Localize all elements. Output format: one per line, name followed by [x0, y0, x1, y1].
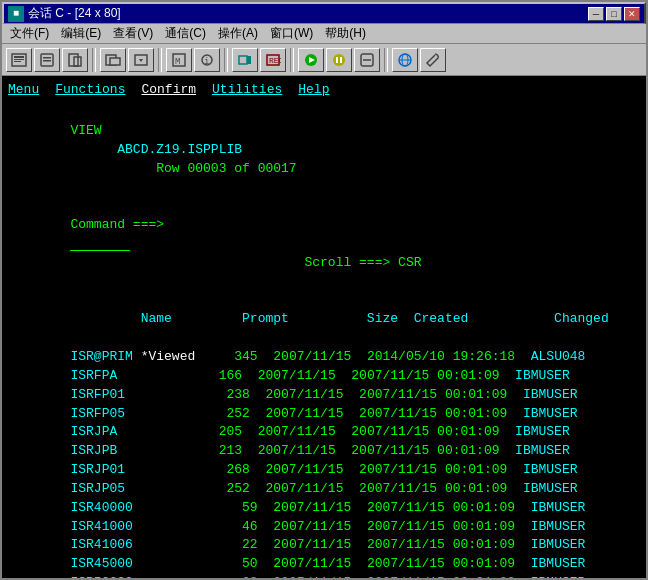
command-row: Command ===> Scroll ===> CSR [8, 197, 640, 291]
win-menu-view[interactable]: 查看(V) [107, 23, 159, 44]
toolbar: M i REC [2, 44, 646, 76]
tb-sep-4 [290, 48, 294, 72]
win-menu-help[interactable]: 帮助(H) [319, 23, 372, 44]
win-menu-file[interactable]: 文件(F) [4, 23, 55, 44]
row-select [8, 481, 70, 496]
table-row: ISRJP05 252 2007/11/15 2007/11/15 00:01:… [8, 480, 640, 499]
win-menu-edit[interactable]: 编辑(E) [55, 23, 107, 44]
table-row: ISRFP05 252 2007/11/15 2007/11/15 00:01:… [8, 405, 640, 424]
minimize-button[interactable]: ─ [588, 7, 604, 21]
maximize-button[interactable]: □ [606, 7, 622, 21]
row-name: ISR45000 [70, 556, 132, 571]
row-created: 2007/11/15 [250, 462, 344, 477]
tb-btn-3[interactable] [62, 48, 88, 72]
row-changed: 2007/11/15 00:01:09 [343, 462, 507, 477]
view-label: VIEW [70, 123, 171, 138]
row-select [8, 443, 70, 458]
row-prompt [133, 575, 203, 578]
col-name: Name Prompt Size Created Changed ID [70, 311, 646, 326]
command-input[interactable] [70, 235, 130, 251]
row-id: IBMUSER [507, 481, 577, 496]
row-changed: 2007/11/15 00:01:09 [343, 387, 507, 402]
row-name: ISRJP05 [70, 481, 125, 496]
tb-btn-2[interactable] [34, 48, 60, 72]
row-name: ISRFPA [70, 368, 117, 383]
row-id: IBMUSER [515, 575, 585, 578]
win-menu-ops[interactable]: 操作(A) [212, 23, 264, 44]
tb-btn-globe[interactable] [392, 48, 418, 72]
row-created: 2007/11/15 [242, 443, 336, 458]
row-changed: 2007/11/15 00:01:09 [343, 406, 507, 421]
terminal: Menu Functions Confirm Utilities Help VI… [2, 76, 646, 578]
svg-rect-6 [43, 60, 51, 62]
app-menu-functions[interactable]: Functions [55, 82, 125, 97]
row-created: 2007/11/15 [258, 537, 352, 552]
tb-btn-9[interactable]: REC [260, 48, 286, 72]
row-select [8, 575, 70, 578]
row-name: ISRJPB [70, 443, 117, 458]
window-title: 会话 C - [24 x 80] [28, 5, 121, 22]
tb-btn-11[interactable] [326, 48, 352, 72]
row-name: ISR40000 [70, 500, 132, 515]
tb-btn-4[interactable] [100, 48, 126, 72]
main-content: Menu Functions Confirm Utilities Help VI… [2, 76, 646, 578]
row-id: IBMUSER [515, 556, 585, 571]
row-size: 59 [203, 500, 258, 515]
row-size: 68 [203, 575, 258, 578]
row-name: ISRJP01 [70, 462, 125, 477]
app-menu-utilities[interactable]: Utilities [212, 82, 282, 97]
win-menu-comm[interactable]: 通信(C) [159, 23, 212, 44]
row-select [8, 349, 70, 364]
app-menu-confirm[interactable]: Confirm [141, 82, 196, 97]
tb-btn-6[interactable]: M [166, 48, 192, 72]
tb-btn-12[interactable] [354, 48, 380, 72]
row-id: IBMUSER [507, 406, 577, 421]
row-created: 2007/11/15 [250, 406, 344, 421]
row-prompt: *Viewed [133, 349, 203, 364]
row-prompt [125, 481, 195, 496]
svg-rect-17 [239, 56, 247, 64]
svg-rect-1 [14, 56, 24, 58]
app-menu-help[interactable]: Help [298, 82, 329, 97]
tb-btn-wrench[interactable] [420, 48, 446, 72]
app-menubar: Menu Functions Confirm Utilities Help [8, 80, 640, 99]
row-id: IBMUSER [500, 424, 570, 439]
svg-rect-25 [340, 57, 342, 63]
row-name: ISR@PRIM [70, 349, 132, 364]
row-name: ISR41006 [70, 537, 132, 552]
tb-sep-2 [158, 48, 162, 72]
tb-btn-1[interactable] [6, 48, 32, 72]
svg-marker-12 [139, 59, 143, 62]
row-changed: 2014/05/10 19:26:18 [351, 349, 515, 364]
row-id: ALSU048 [515, 349, 585, 364]
tb-btn-7[interactable]: i [194, 48, 220, 72]
row-size: 205 [187, 424, 242, 439]
tb-btn-8[interactable] [232, 48, 258, 72]
tb-sep-1 [92, 48, 96, 72]
table-row: ISR41000 46 2007/11/15 2007/11/15 00:01:… [8, 518, 640, 537]
row-size: 268 [195, 462, 250, 477]
row-id: IBMUSER [500, 368, 570, 383]
row-created: 2007/11/15 [242, 368, 336, 383]
row-name: ISRFP05 [70, 406, 125, 421]
tb-btn-5[interactable] [128, 48, 154, 72]
win-menu-window[interactable]: 窗口(W) [264, 23, 319, 44]
row-size: 22 [203, 537, 258, 552]
svg-rect-24 [336, 57, 338, 63]
row-id: IBMUSER [515, 519, 585, 534]
tb-sep-5 [384, 48, 388, 72]
svg-text:M: M [175, 57, 180, 67]
table-row: ISRJP01 268 2007/11/15 2007/11/15 00:01:… [8, 461, 640, 480]
svg-point-23 [333, 54, 345, 66]
row-info: Row 00003 of 00017 [70, 161, 296, 176]
row-changed: 2007/11/15 00:01:09 [351, 556, 515, 571]
row-name: ISR41000 [70, 519, 132, 534]
row-select [8, 556, 70, 571]
close-button[interactable]: ✕ [624, 7, 640, 21]
row-size: 213 [187, 443, 242, 458]
row-changed: 2007/11/15 00:01:09 [336, 368, 500, 383]
tb-btn-10[interactable] [298, 48, 324, 72]
title-bar: ■ 会话 C - [24 x 80] ─ □ ✕ [2, 2, 646, 24]
table-row: ISRFP01 238 2007/11/15 2007/11/15 00:01:… [8, 386, 640, 405]
app-menu-menu[interactable]: Menu [8, 82, 39, 97]
